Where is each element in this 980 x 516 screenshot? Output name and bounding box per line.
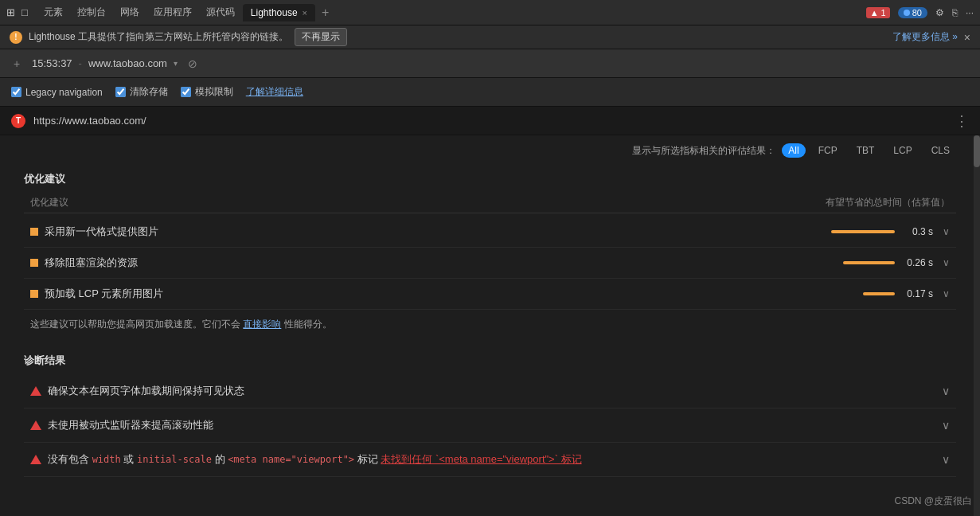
opt-row-2[interactable]: 预加载 LCP 元素所用图片 0.17 s ∨ bbox=[24, 279, 956, 310]
col-label: 优化建议 bbox=[30, 196, 68, 209]
learn-more-link[interactable]: 了解更多信息 » bbox=[892, 30, 958, 44]
info-bar: ! Lighthouse 工具提供了指向第三方网站上所托管内容的链接。 不再显示… bbox=[0, 25, 980, 49]
diag-suffix2-2: 标记 bbox=[354, 453, 381, 465]
opt-chevron-1: ∨ bbox=[943, 257, 950, 268]
diag-label-0: 确保文本在网页字体加载期间保持可见状态 bbox=[48, 384, 935, 398]
no-show-button[interactable]: 不再显示 bbox=[295, 28, 347, 46]
url-time: 15:53:37 bbox=[32, 57, 72, 69]
tab-console[interactable]: 控制台 bbox=[71, 2, 112, 22]
learn-more-toolbar-link[interactable]: 了解详细信息 bbox=[246, 85, 303, 99]
diag-link-2[interactable]: 未找到任何 `<meta name="viewport">` 标记 bbox=[381, 453, 581, 465]
diag-label-1: 未使用被动式监听器来提高滚动性能 bbox=[48, 418, 935, 432]
grid-icon[interactable]: ⊞ bbox=[6, 6, 15, 18]
diag-mid-2: 或 bbox=[121, 453, 137, 465]
info-text: Lighthouse 工具提供了指向第三方网站上所托管内容的链接。 bbox=[29, 30, 288, 44]
opt-bar-container-1: 0.26 s ∨ bbox=[843, 257, 950, 268]
score-dot bbox=[904, 10, 910, 16]
back-button[interactable]: + bbox=[8, 55, 25, 72]
taobao-icon: T bbox=[11, 114, 25, 128]
toolbar: Legacy navigation 清除存储 模拟限制 了解详细信息 bbox=[0, 78, 980, 107]
url-refresh-icon[interactable]: ⊘ bbox=[184, 55, 201, 72]
main-content: 显示与所选指标相关的评估结果： All FCP TBT LCP CLS 优化建议… bbox=[0, 135, 980, 516]
filter-fcp-button[interactable]: FCP bbox=[812, 143, 844, 158]
advice-text: 这些建议可以帮助您提高网页加载速度。它们不会 直接影响 性能得分。 bbox=[24, 310, 956, 339]
tab-bar-right: ▲ 1 80 ⚙ ⎘ ··· bbox=[866, 7, 974, 18]
opt-icon-1 bbox=[30, 259, 38, 267]
url-bar: + 15:53:37 - www.taobao.com ▾ ⊘ bbox=[0, 49, 980, 78]
url-separator: - bbox=[79, 57, 82, 69]
tab-elements[interactable]: 元素 bbox=[37, 2, 69, 22]
diag-row-0[interactable]: 确保文本在网页字体加载期间保持可见状态 ∨ bbox=[24, 374, 956, 408]
filter-tbt-button[interactable]: TBT bbox=[850, 143, 881, 158]
gear-icon[interactable]: ⚙ bbox=[935, 7, 944, 18]
tab-bar: ⊞ □ 元素 控制台 网络 应用程序 源代码 Lighthouse × + ▲ … bbox=[0, 0, 980, 25]
throttle-check[interactable]: 模拟限制 bbox=[181, 85, 233, 99]
diag-icon-0 bbox=[30, 386, 41, 396]
opt-label-1: 移除阻塞渲染的资源 bbox=[45, 256, 837, 270]
share-icon[interactable]: ⎘ bbox=[952, 7, 958, 18]
watermark: CSDN @皮蛋很白 bbox=[894, 494, 972, 508]
opt-time-2: 0.17 s bbox=[901, 288, 933, 299]
opt-bar-0 bbox=[831, 230, 895, 233]
diag-chevron-2: ∨ bbox=[942, 453, 950, 466]
cache-label: 清除存储 bbox=[130, 85, 168, 99]
scrollbar-thumb[interactable] bbox=[974, 135, 980, 167]
url-dropdown-icon[interactable]: ▾ bbox=[174, 59, 178, 68]
square-icon[interactable]: □ bbox=[21, 6, 28, 18]
diag-suffix1-2: 的 bbox=[212, 453, 228, 465]
optimization-section: 优化建议 优化建议 有望节省的总时间（估算值） 采用新一代格式提供图片 0.3 … bbox=[0, 161, 980, 339]
legacy-nav-check[interactable]: Legacy navigation bbox=[11, 87, 103, 98]
address-more-icon[interactable]: ⋮ bbox=[955, 112, 969, 130]
filter-lcp-button[interactable]: LCP bbox=[887, 143, 918, 158]
optimization-section-title: 优化建议 bbox=[24, 172, 956, 186]
tab-lighthouse[interactable]: Lighthouse × bbox=[243, 4, 315, 22]
diag-code1-2: width bbox=[92, 454, 121, 465]
scrollbar-track[interactable] bbox=[974, 135, 980, 516]
advice-link[interactable]: 直接影响 bbox=[243, 319, 281, 330]
diagnostics-section: 诊断结果 确保文本在网页字体加载期间保持可见状态 ∨ 未使用被动式监听器来提高滚… bbox=[0, 342, 980, 477]
cache-checkbox[interactable] bbox=[115, 87, 126, 97]
opt-time-0: 0.3 s bbox=[901, 226, 933, 237]
opt-bar-container-0: 0.3 s ∨ bbox=[831, 226, 950, 237]
opt-label-0: 采用新一代格式提供图片 bbox=[45, 225, 825, 239]
filter-all-button[interactable]: All bbox=[782, 143, 805, 158]
legacy-nav-label: Legacy navigation bbox=[25, 87, 103, 98]
filter-row: 显示与所选指标相关的评估结果： All FCP TBT LCP CLS bbox=[0, 135, 980, 161]
cache-check[interactable]: 清除存储 bbox=[115, 85, 168, 99]
opt-label-2: 预加载 LCP 元素所用图片 bbox=[45, 287, 857, 301]
opt-row-1[interactable]: 移除阻塞渲染的资源 0.26 s ∨ bbox=[24, 248, 956, 279]
throttle-label: 模拟限制 bbox=[195, 85, 233, 99]
opt-bar-2 bbox=[863, 292, 895, 295]
tab-close-icon[interactable]: × bbox=[303, 8, 307, 18]
tab-network[interactable]: 网络 bbox=[114, 2, 146, 22]
tab-add-icon[interactable]: + bbox=[317, 6, 334, 20]
diag-row-2[interactable]: 没有包含 width 或 initial-scale 的 <meta name=… bbox=[24, 443, 956, 477]
alert-badge: ▲ 1 bbox=[866, 7, 890, 18]
tab-application[interactable]: 应用程序 bbox=[147, 2, 198, 22]
legacy-nav-checkbox[interactable] bbox=[11, 87, 21, 97]
opt-row-0[interactable]: 采用新一代格式提供图片 0.3 s ∨ bbox=[24, 217, 956, 248]
diag-label-2: 没有包含 width 或 initial-scale 的 <meta name=… bbox=[48, 452, 935, 467]
address-url: https://www.taobao.com/ bbox=[33, 115, 146, 127]
tab-sources[interactable]: 源代码 bbox=[200, 2, 241, 22]
more-icon[interactable]: ··· bbox=[966, 7, 974, 18]
info-close-icon[interactable]: × bbox=[964, 31, 970, 44]
info-icon: ! bbox=[10, 31, 22, 44]
url-domain: www.taobao.com bbox=[88, 57, 167, 69]
filter-cls-button[interactable]: CLS bbox=[925, 143, 956, 158]
score-badge: 80 bbox=[898, 7, 927, 18]
diag-icon-2 bbox=[30, 455, 41, 464]
opt-bar-1 bbox=[843, 261, 895, 264]
throttle-checkbox[interactable] bbox=[181, 87, 191, 97]
diag-code3-2: <meta name="viewport"> bbox=[228, 454, 354, 465]
diag-code2-2: initial-scale bbox=[137, 454, 212, 465]
opt-chevron-0: ∨ bbox=[943, 226, 950, 237]
diag-chevron-0: ∨ bbox=[942, 385, 950, 397]
score-value: 80 bbox=[912, 8, 922, 18]
diag-row-1[interactable]: 未使用被动式监听器来提高滚动性能 ∨ bbox=[24, 408, 956, 443]
opt-chevron-2: ∨ bbox=[943, 288, 950, 299]
lighthouse-label: Lighthouse bbox=[251, 7, 298, 18]
tab-nav-items: 元素 控制台 网络 应用程序 源代码 Lighthouse × + bbox=[37, 2, 334, 22]
opt-icon-2 bbox=[30, 290, 38, 298]
opt-time-1: 0.26 s bbox=[901, 257, 933, 268]
